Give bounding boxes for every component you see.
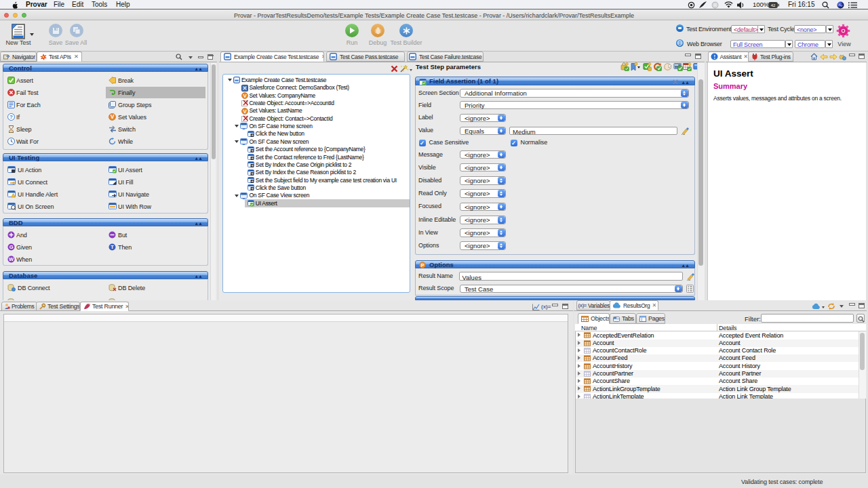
svg-text:T: T — [111, 244, 114, 250]
svg-text:W: W — [9, 256, 14, 262]
svg-text:?: ? — [9, 114, 13, 120]
svg-text:!: ! — [713, 54, 715, 60]
svg-text:42: 42 — [771, 3, 776, 7]
svg-text:G: G — [9, 244, 14, 250]
svg-text:V: V — [243, 93, 247, 99]
svg-text:V: V — [111, 113, 115, 120]
svg-text:P: P — [420, 262, 424, 268]
svg-text:V: V — [243, 108, 247, 114]
